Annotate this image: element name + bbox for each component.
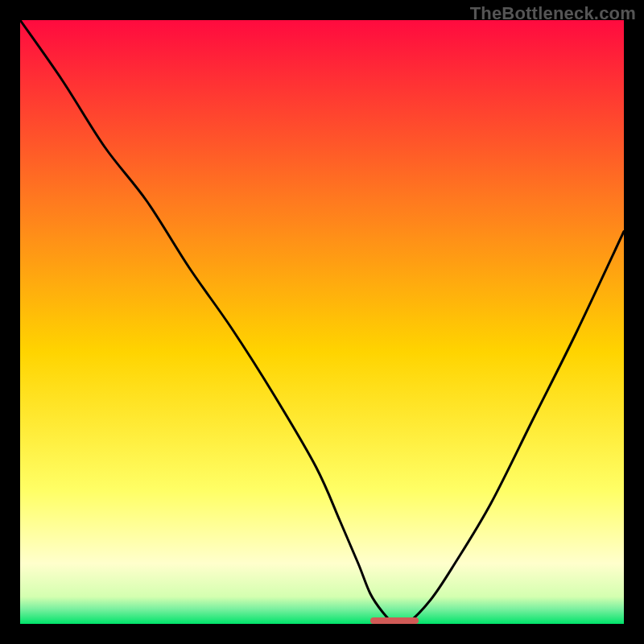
optimal-marker — [370, 617, 419, 624]
gradient-background — [20, 20, 624, 624]
plot-area — [20, 20, 624, 624]
watermark-text: TheBottleneck.com — [470, 3, 636, 24]
bottleneck-chart — [20, 20, 624, 624]
chart-container: TheBottleneck.com — [0, 0, 644, 644]
